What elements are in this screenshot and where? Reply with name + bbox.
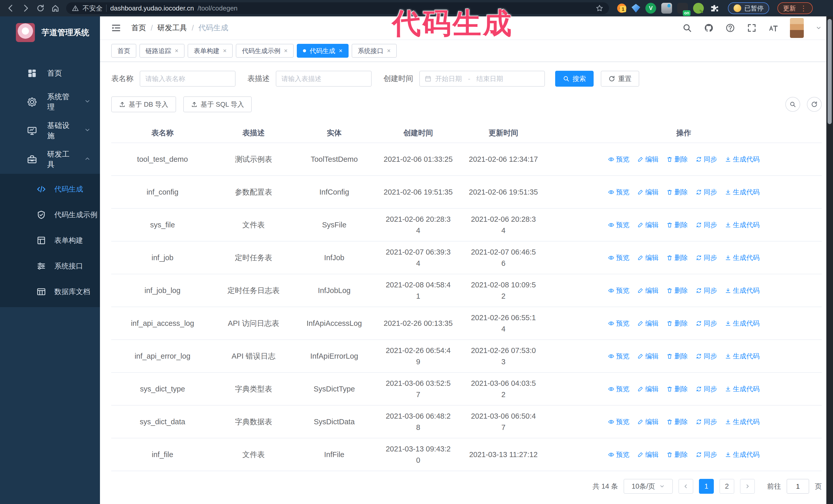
- dark-on-extension-icon[interactable]: on: [677, 3, 688, 14]
- action-edit[interactable]: 编辑: [637, 318, 659, 329]
- sidebar-subitem-代码生成[interactable]: 代码生成: [0, 176, 100, 202]
- font-size-icon[interactable]: [768, 23, 778, 33]
- action-delete[interactable]: 删除: [666, 252, 688, 263]
- action-edit[interactable]: 编辑: [637, 252, 659, 263]
- blue-gem-extension-icon[interactable]: [632, 4, 640, 13]
- tab-链路追踪[interactable]: 链路追踪×: [139, 44, 185, 58]
- action-preview[interactable]: 预览: [608, 449, 629, 460]
- action-generate-code[interactable]: 生成代码: [725, 285, 760, 296]
- action-delete[interactable]: 删除: [666, 416, 688, 427]
- close-tab-icon[interactable]: ×: [223, 47, 227, 54]
- reset-button[interactable]: 重置: [601, 71, 639, 87]
- blue-drop-extension-icon[interactable]: [661, 3, 672, 14]
- action-delete[interactable]: 删除: [666, 285, 688, 296]
- action-edit[interactable]: 编辑: [637, 351, 659, 362]
- action-generate-code[interactable]: 生成代码: [725, 252, 760, 263]
- table-name-input[interactable]: [140, 71, 236, 87]
- action-sync[interactable]: 同步: [696, 351, 717, 362]
- action-sync[interactable]: 同步: [696, 449, 717, 460]
- date-range-picker[interactable]: 开始日期 - 结束日期: [419, 71, 545, 87]
- close-tab-icon[interactable]: ×: [175, 47, 178, 54]
- sidebar-subitem-数据库文档[interactable]: 数据库文档: [0, 279, 100, 305]
- action-edit[interactable]: 编辑: [637, 449, 659, 460]
- action-sync[interactable]: 同步: [696, 186, 717, 198]
- update-button[interactable]: 更新 ⋮: [777, 2, 813, 14]
- action-generate-code[interactable]: 生成代码: [725, 318, 760, 329]
- action-generate-code[interactable]: 生成代码: [725, 186, 760, 198]
- action-sync[interactable]: 同步: [696, 153, 717, 165]
- action-edit[interactable]: 编辑: [637, 383, 659, 394]
- end-date-placeholder[interactable]: 结束日期: [476, 74, 503, 83]
- action-delete[interactable]: 删除: [666, 153, 688, 165]
- action-preview[interactable]: 预览: [608, 219, 629, 231]
- action-edit[interactable]: 编辑: [637, 219, 659, 231]
- caret-down-icon[interactable]: [815, 25, 822, 31]
- action-preview[interactable]: 预览: [608, 383, 629, 394]
- collapse-menu-icon[interactable]: [111, 23, 121, 33]
- logo-row[interactable]: 芋道管理系统: [0, 17, 100, 49]
- tab-首页[interactable]: 首页: [111, 44, 136, 58]
- search-button[interactable]: 搜索: [555, 71, 594, 87]
- action-preview[interactable]: 预览: [608, 153, 629, 165]
- paused-badge[interactable]: 已暂停: [728, 2, 769, 14]
- scrollbar-thumb[interactable]: [828, 19, 832, 124]
- tab-系统接口[interactable]: 系统接口×: [352, 44, 397, 58]
- action-preview[interactable]: 预览: [608, 416, 629, 427]
- action-edit[interactable]: 编辑: [637, 153, 659, 165]
- close-tab-icon[interactable]: ×: [284, 47, 288, 54]
- action-delete[interactable]: 删除: [666, 318, 688, 329]
- browser-menu-icon[interactable]: ⋮: [800, 4, 807, 13]
- action-delete[interactable]: 删除: [666, 219, 688, 231]
- puzzle-extension-icon[interactable]: [709, 3, 720, 14]
- start-date-placeholder[interactable]: 开始日期: [435, 74, 462, 83]
- goto-page-input[interactable]: [787, 479, 809, 494]
- tab-表单构建[interactable]: 表单构建×: [188, 44, 233, 58]
- reload-icon[interactable]: [34, 2, 47, 14]
- action-sync[interactable]: 同步: [696, 383, 717, 394]
- action-sync[interactable]: 同步: [696, 219, 717, 231]
- close-tab-icon[interactable]: ×: [387, 47, 390, 54]
- refresh-table-button[interactable]: [807, 97, 822, 112]
- action-generate-code[interactable]: 生成代码: [725, 153, 760, 165]
- action-delete[interactable]: 删除: [666, 449, 688, 460]
- import-sql-button[interactable]: 基于 SQL 导入: [183, 96, 252, 112]
- avatar[interactable]: [790, 18, 804, 38]
- orange-ring-extension-icon[interactable]: 1: [617, 4, 626, 13]
- action-sync[interactable]: 同步: [696, 416, 717, 427]
- next-page-button[interactable]: [740, 479, 755, 494]
- action-delete[interactable]: 删除: [666, 186, 688, 198]
- toggle-search-button[interactable]: [785, 97, 800, 112]
- sidebar-item-研发工具[interactable]: 研发工具: [0, 145, 100, 174]
- home-icon[interactable]: [49, 2, 62, 14]
- tab-代码生成[interactable]: 代码生成×: [297, 44, 349, 58]
- sidebar-subitem-代码生成示例[interactable]: 代码生成示例: [0, 202, 100, 227]
- sidebar-subitem-系统接口[interactable]: 系统接口: [0, 253, 100, 279]
- scrollbar-track[interactable]: [826, 17, 833, 504]
- page-size-select[interactable]: 10条/页: [624, 479, 673, 494]
- action-preview[interactable]: 预览: [608, 285, 629, 296]
- action-edit[interactable]: 编辑: [637, 186, 659, 198]
- sidebar-item-首页[interactable]: 首页: [0, 59, 100, 88]
- action-generate-code[interactable]: 生成代码: [725, 351, 760, 362]
- github-icon[interactable]: [704, 23, 714, 33]
- action-sync[interactable]: 同步: [696, 252, 717, 263]
- action-preview[interactable]: 预览: [608, 252, 629, 263]
- green-key-extension-icon[interactable]: [693, 3, 704, 14]
- table-desc-input[interactable]: [276, 71, 372, 87]
- action-preview[interactable]: 预览: [608, 318, 629, 329]
- fullscreen-icon[interactable]: [747, 23, 757, 33]
- action-edit[interactable]: 编辑: [637, 285, 659, 296]
- action-sync[interactable]: 同步: [696, 285, 717, 296]
- help-icon[interactable]: [725, 23, 735, 33]
- sidebar-subitem-表单构建[interactable]: 表单构建: [0, 227, 100, 253]
- sidebar-item-基础设施[interactable]: 基础设施: [0, 116, 100, 145]
- action-edit[interactable]: 编辑: [637, 416, 659, 427]
- breadcrumb-tools[interactable]: 研发工具: [158, 23, 187, 33]
- prev-page-button[interactable]: [679, 479, 693, 494]
- tab-代码生成示例[interactable]: 代码生成示例×: [236, 44, 294, 58]
- import-db-button[interactable]: 基于 DB 导入: [111, 96, 176, 112]
- sidebar-item-系统管理[interactable]: 系统管理: [0, 88, 100, 116]
- action-generate-code[interactable]: 生成代码: [725, 219, 760, 231]
- bookmark-star-icon[interactable]: [596, 4, 603, 12]
- green-v-extension-icon[interactable]: V: [645, 3, 656, 14]
